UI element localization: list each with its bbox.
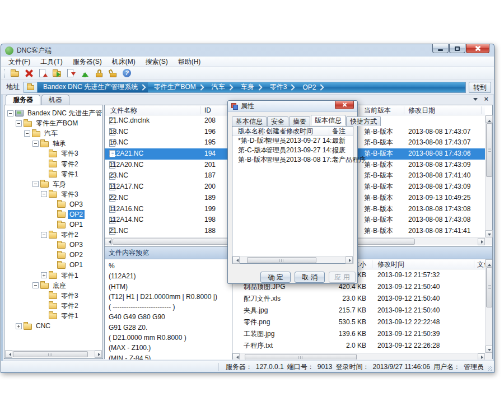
file-list-vertical-scrollbar[interactable] (485, 115, 492, 237)
column-header-version[interactable]: 当前版本 (364, 105, 391, 115)
tree-node-label[interactable]: 零件3 (59, 190, 80, 199)
version-list-horizontal-scrollbar[interactable] (232, 256, 353, 263)
new-folder-icon[interactable] (10, 68, 21, 79)
tree-node-label[interactable]: 车身 (51, 180, 68, 189)
scroll-left-arrow[interactable] (232, 353, 240, 360)
tree-node[interactable]: OP1 (7, 260, 102, 270)
column-header-modified[interactable]: 修改时间 (286, 127, 313, 136)
tree-node[interactable]: OP1 (7, 220, 102, 230)
tree-node-label[interactable]: OP2 (68, 250, 85, 259)
version-row[interactable]: 第-C-版本 管理员 2013-09-27 14:... 报废 (232, 146, 353, 155)
ok-button[interactable]: 确 定 (260, 272, 291, 283)
scroll-right-arrow[interactable] (478, 353, 485, 360)
tree-node-label[interactable]: 零件2 (59, 301, 80, 310)
dialog-close-button[interactable] (335, 101, 354, 109)
expand-toggle-icon[interactable] (41, 232, 47, 238)
scroll-down-arrow[interactable] (486, 346, 492, 353)
column-header-time[interactable]: 修改时间 (377, 259, 404, 269)
tree-horizontal-scrollbar[interactable] (5, 350, 102, 357)
tree-node-label[interactable]: 零件2 (59, 160, 80, 169)
minimize-button[interactable] (432, 44, 449, 53)
breadcrumb-item[interactable]: 零件3 (264, 82, 297, 92)
tree-node[interactable]: 零件2 (7, 158, 102, 169)
menu-item[interactable]: 机床(M) (107, 57, 141, 67)
tree-node-label[interactable]: OP3 (68, 200, 85, 209)
expand-toggle-icon[interactable] (32, 141, 39, 147)
send-to-folder-icon[interactable] (52, 68, 63, 79)
column-header-id[interactable]: ID (204, 105, 211, 115)
attachment-row[interactable]: 子程序.txt 2.0 KB 2013-09-12 22:26:28 (232, 340, 485, 352)
dialog-tab[interactable]: 安全 (267, 116, 288, 126)
attachment-horizontal-scrollbar[interactable] (232, 353, 485, 360)
attachment-row[interactable]: 零件.png 530.5 KB 2013-09-12 22:22:48 (232, 316, 485, 328)
tree-node-label[interactable]: OP1 (68, 220, 85, 229)
version-row[interactable]: *第-D-版本 管理员 2013-09-27 14:... 最新 (232, 136, 353, 146)
scroll-right-arrow[interactable] (478, 238, 485, 245)
expand-toggle-icon[interactable] (41, 272, 47, 278)
lock-icon[interactable] (94, 68, 105, 79)
tree-node[interactable]: OP3 (7, 240, 102, 250)
scrollbar-thumb[interactable] (247, 257, 316, 263)
breadcrumb-item[interactable]: 零件生产BOM (148, 82, 206, 92)
tree-node-label[interactable]: OP3 (68, 240, 85, 249)
column-header-date[interactable]: 修改日期 (408, 105, 435, 115)
scroll-right-arrow[interactable] (95, 351, 102, 358)
tree-node-label[interactable]: 零件1 (59, 311, 80, 320)
tree-node[interactable]: 零件3 (7, 148, 102, 158)
tree-node-label[interactable]: 零件1 (59, 170, 80, 179)
expand-toggle-icon[interactable] (24, 130, 30, 137)
cancel-button[interactable]: 取 消 (295, 272, 325, 283)
attachment-vertical-scrollbar[interactable] (485, 259, 492, 353)
menu-item[interactable]: 服务器(S) (68, 57, 107, 67)
pane-tab[interactable]: 机器 (41, 95, 69, 105)
tree-node-label[interactable]: CNC (34, 321, 52, 330)
tree-node-label[interactable]: OP1 (68, 260, 85, 269)
tree-node-label[interactable]: OP2 (68, 210, 85, 219)
tree-node[interactable]: 零件1 (7, 169, 102, 179)
go-button[interactable]: 转到 (469, 82, 491, 93)
tree-node[interactable]: 零件生产BOM (7, 118, 102, 128)
help-icon[interactable]: ? (122, 68, 133, 79)
maximize-button[interactable] (449, 44, 465, 53)
scroll-left-arrow[interactable] (105, 238, 112, 245)
scroll-left-arrow[interactable] (232, 256, 240, 264)
unlock-icon[interactable] (108, 68, 119, 79)
tree-node[interactable]: 零件3 (7, 291, 102, 301)
resize-grip[interactable] (488, 366, 492, 371)
version-row[interactable]: 第-B-版本 管理员 2013-08-08 17:... 老产品程序 (232, 155, 353, 165)
toolbar-grip[interactable] (4, 69, 6, 78)
menu-item[interactable]: 搜索(S) (141, 57, 173, 67)
expand-toggle-icon[interactable] (41, 191, 47, 197)
tree-node-label[interactable]: Bandex DNC 先进生产管理系统 (26, 109, 102, 118)
tree-node-label[interactable]: 轴承 (51, 139, 68, 148)
column-header-note[interactable]: 备注 (332, 127, 346, 136)
delete-icon[interactable] (24, 68, 35, 79)
scroll-up-arrow[interactable] (486, 259, 492, 267)
breadcrumb-item[interactable]: Bandex DNC 先进生产管理系统 (38, 82, 148, 92)
pane-pin-chevron-down-icon[interactable] (473, 98, 478, 103)
tree-node[interactable]: 底座 (7, 281, 102, 291)
scroll-down-arrow[interactable] (486, 230, 493, 237)
column-header-version-name[interactable]: 版本名称 (238, 127, 265, 136)
tree-node[interactable]: OP3 (7, 199, 102, 209)
scroll-right-arrow[interactable] (346, 256, 353, 264)
tree-node[interactable]: 零件3 (7, 189, 102, 199)
tree-node[interactable]: CNC (7, 321, 102, 331)
dialog-tab[interactable]: 版本信息 (311, 115, 346, 125)
expand-toggle-icon[interactable] (32, 282, 39, 288)
attachment-row[interactable]: 夹具.jpg 215.7 KB 2013-09-12 21:50:40 (232, 305, 485, 316)
tree-node[interactable]: OP2 (7, 250, 102, 260)
tree-node[interactable]: Bandex DNC 先进生产管理系统 (7, 108, 102, 118)
scrollbar-thumb[interactable] (245, 354, 357, 360)
title-bar[interactable]: DNC客户端 (1, 44, 494, 57)
column-header-name[interactable]: 文件名称 (110, 105, 137, 115)
tree-node[interactable]: 汽车 (7, 128, 102, 138)
scrollbar-thumb[interactable] (486, 123, 492, 177)
expand-toggle-icon[interactable] (32, 181, 39, 187)
menu-item[interactable]: 文件(F) (3, 57, 35, 67)
tree-node[interactable]: OP2 (7, 209, 102, 220)
tree-node-label[interactable]: 零件1 (59, 271, 80, 280)
scrollbar-thumb[interactable] (486, 267, 492, 307)
attachment-row[interactable]: 工装图.jpg 139.6 KB 2013-09-12 21:50:39 (232, 328, 485, 340)
tree-node-label[interactable]: 零件3 (59, 291, 80, 300)
